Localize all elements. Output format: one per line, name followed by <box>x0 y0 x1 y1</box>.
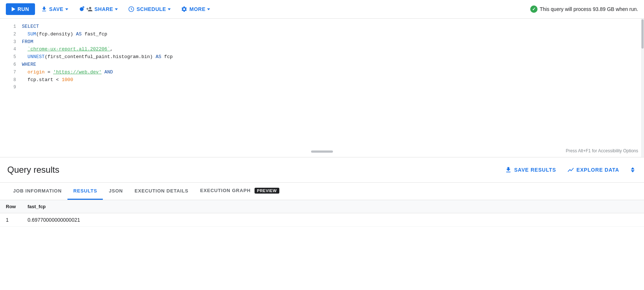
line-num-9: 9 <box>6 84 16 91</box>
run-button[interactable]: RUN <box>6 3 35 15</box>
expand-arrow-down-icon <box>631 170 635 172</box>
code-line-4: 4 `chrome-ux-report.all.202206`, <box>0 46 644 53</box>
save-icon <box>41 6 47 12</box>
code-text-5: UNNEST(first_contentful_paint.histogram.… <box>22 53 173 61</box>
person-add-icon <box>86 6 93 12</box>
cell-fast-fcp-1: 0.69770000000000021 <box>22 213 86 227</box>
expand-arrow-up-icon <box>631 167 635 169</box>
horizontal-scrollbar[interactable] <box>311 150 333 153</box>
results-table: Row fast_fcp 1 0.69770000000000021 <box>0 200 644 227</box>
code-text-7: origin = 'https://web.dev' AND <box>22 69 113 76</box>
more-label: MORE <box>189 6 205 12</box>
table-header-row: Row fast_fcp <box>0 200 644 213</box>
save-results-icon <box>505 166 512 173</box>
code-text-3: FROM <box>22 38 33 46</box>
code-text-8: fcp.start < 1000 <box>22 76 73 84</box>
cell-row-1: 1 <box>0 213 22 227</box>
save-results-label: SAVE RESULTS <box>514 167 556 173</box>
more-caret-icon <box>207 8 210 10</box>
accessibility-hint: Press Alt+F1 for Accessibility Options <box>566 148 638 153</box>
code-text-1: SELECT <box>22 23 39 31</box>
schedule-icon <box>128 6 135 12</box>
line-num-3: 3 <box>6 39 16 46</box>
code-line-6: 6 WHERE <box>0 61 644 69</box>
line-num-6: 6 <box>6 61 16 68</box>
code-line-3: 3 FROM <box>0 38 644 46</box>
save-button[interactable]: SAVE <box>36 3 73 15</box>
share-label: SHARE <box>94 6 113 12</box>
code-line-5: 5 UNNEST(first_contentful_paint.histogra… <box>0 53 644 61</box>
save-results-button[interactable]: SAVE RESULTS <box>503 163 560 176</box>
scrollbar-thumb[interactable] <box>641 19 644 49</box>
gear-icon <box>181 6 187 12</box>
code-text-4: `chrome-ux-report.all.202206`, <box>22 46 113 53</box>
explore-data-button[interactable]: EXPLORE DATA <box>566 163 623 176</box>
tab-execution-graph[interactable]: EXECUTION GRAPH PREVIEW <box>194 183 285 200</box>
table-row: 1 0.69770000000000021 <box>0 213 644 227</box>
code-line-2: 2 SUM(fcp.density) AS fast_fcp <box>0 31 644 38</box>
sql-editor[interactable]: 1 SELECT 2 SUM(fcp.density) AS fast_fcp … <box>0 19 644 157</box>
column-header-empty <box>86 200 644 213</box>
schedule-caret-icon <box>168 8 171 10</box>
code-text-6: WHERE <box>22 61 36 69</box>
column-header-fast-fcp: fast_fcp <box>22 200 86 213</box>
check-circle-icon: ✓ <box>530 5 538 13</box>
line-num-2: 2 <box>6 31 16 38</box>
tab-results[interactable]: RESULTS <box>67 183 103 200</box>
results-title: Query results <box>7 165 503 175</box>
toolbar: RUN SAVE SHARE SCHEDULE MORE ✓ This quer… <box>0 0 644 19</box>
code-line-9: 9 <box>0 84 644 91</box>
save-caret-icon <box>65 8 68 10</box>
results-section: Query results SAVE RESULTS EXPLORE DATA … <box>0 157 644 227</box>
code-line-8: 8 fcp.start < 1000 <box>0 76 644 84</box>
more-button[interactable]: MORE <box>176 3 214 15</box>
results-header: Query results SAVE RESULTS EXPLORE DATA <box>0 157 644 183</box>
schedule-button[interactable]: SCHEDULE <box>124 3 175 15</box>
query-info: ✓ This query will process 93.89 GB when … <box>530 5 638 13</box>
share-caret-icon <box>115 8 118 10</box>
explore-data-icon <box>567 166 574 173</box>
cell-empty-1 <box>86 213 644 227</box>
run-label: RUN <box>18 6 29 12</box>
explore-data-label: EXPLORE DATA <box>577 167 619 173</box>
schedule-label: SCHEDULE <box>136 6 166 12</box>
code-text-2: SUM(fcp.density) AS fast_fcp <box>22 31 107 38</box>
query-info-text: This query will process 93.89 GB when ru… <box>540 6 638 12</box>
tab-json[interactable]: JSON <box>103 183 129 200</box>
play-icon <box>12 7 15 11</box>
editor-vertical-scrollbar[interactable] <box>641 19 644 157</box>
share-button[interactable]: SHARE <box>74 3 123 15</box>
line-num-8: 8 <box>6 77 16 84</box>
column-header-row: Row <box>0 200 22 213</box>
line-num-1: 1 <box>6 23 16 30</box>
tab-job-information[interactable]: JOB INFORMATION <box>7 183 67 200</box>
tab-execution-details[interactable]: EXECUTION DETAILS <box>129 183 194 200</box>
results-actions: SAVE RESULTS EXPLORE DATA <box>503 163 637 176</box>
share-icon <box>78 6 85 12</box>
expand-collapse-button[interactable] <box>629 165 637 175</box>
code-text-9 <box>22 84 25 91</box>
line-num-4: 4 <box>6 46 16 53</box>
code-line-1: 1 SELECT <box>0 23 644 31</box>
code-line-7: 7 origin = 'https://web.dev' AND <box>0 69 644 76</box>
line-num-7: 7 <box>6 69 16 76</box>
results-tabs: JOB INFORMATION RESULTS JSON EXECUTION D… <box>0 183 644 200</box>
editor-content[interactable]: 1 SELECT 2 SUM(fcp.density) AS fast_fcp … <box>0 19 644 96</box>
preview-badge: PREVIEW <box>255 188 279 194</box>
save-label: SAVE <box>49 6 63 12</box>
line-num-5: 5 <box>6 54 16 61</box>
